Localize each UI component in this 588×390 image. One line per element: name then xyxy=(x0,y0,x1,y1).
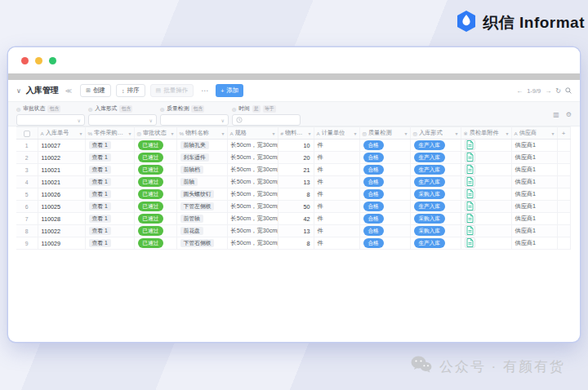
column-header-0[interactable]: A 入库单号 ▾ xyxy=(38,127,85,140)
unit-cell[interactable]: 件 xyxy=(314,152,359,164)
supplier-cell[interactable]: 供应商1 xyxy=(511,188,557,201)
column-menu-icon[interactable]: ▾ xyxy=(272,131,274,136)
order-number-cell[interactable]: 110027 xyxy=(38,140,85,152)
filter-operator[interactable]: 是 xyxy=(252,105,261,113)
order-number-cell[interactable]: 110022 xyxy=(38,225,85,237)
order-number-cell[interactable]: 110021 xyxy=(38,176,85,188)
sort-button[interactable]: ↕ 排序 xyxy=(116,84,145,97)
quantity-cell[interactable]: 10 xyxy=(278,140,314,152)
collapse-chevron-icon[interactable]: ∨ xyxy=(16,87,21,95)
quantity-cell[interactable]: 42 xyxy=(278,213,314,225)
spec-cell[interactable]: 长50cm，宽30cm的SY1 xyxy=(227,201,278,213)
column-header-10[interactable]: A 供应商 ▾ xyxy=(511,127,557,140)
attachment-file-icon[interactable] xyxy=(465,164,475,175)
column-menu-icon[interactable]: ▾ xyxy=(171,131,173,136)
spec-cell[interactable]: 长50cm，宽30cm的SY1 xyxy=(227,237,278,250)
attachment-file-icon[interactable] xyxy=(465,176,475,187)
attachment-file-icon[interactable] xyxy=(465,237,475,248)
search-icon[interactable] xyxy=(565,87,572,94)
filter-select[interactable]: ∨ xyxy=(160,114,229,126)
unit-cell[interactable]: 件 xyxy=(314,225,359,237)
row-number[interactable]: 6 xyxy=(16,201,38,213)
column-menu-icon[interactable]: ▾ xyxy=(551,131,554,136)
minimize-window-button[interactable] xyxy=(35,57,42,64)
supplier-cell[interactable]: 供应商1 xyxy=(511,201,557,213)
order-number-cell[interactable]: 110029 xyxy=(38,237,85,250)
column-header-1[interactable]: % 零件采购计划 ▾ xyxy=(85,127,134,140)
supplier-cell[interactable]: 供应商1 xyxy=(511,213,557,225)
supplier-cell[interactable]: 供应商1 xyxy=(511,140,557,152)
column-menu-icon[interactable]: ▾ xyxy=(128,131,131,136)
quantity-cell[interactable]: 13 xyxy=(278,176,314,188)
row-number[interactable]: 8 xyxy=(16,225,38,237)
view-plan-button[interactable]: 查看 1 xyxy=(89,202,111,211)
filter-date-input[interactable] xyxy=(232,114,301,126)
view-plan-button[interactable]: 查看 1 xyxy=(89,178,111,187)
column-header-9[interactable]: ※ 质检单附件 ▾ xyxy=(461,127,511,140)
quantity-cell[interactable]: 50 xyxy=(278,201,314,213)
column-header-6[interactable]: A 计量单位 ▾ xyxy=(314,127,359,140)
filter-select[interactable]: ∨ xyxy=(88,114,157,126)
view-plan-button[interactable]: 查看 1 xyxy=(89,215,111,224)
supplier-cell[interactable]: 供应商1 xyxy=(511,237,557,250)
filter-operator[interactable]: 包含 xyxy=(119,105,132,113)
material-tag[interactable]: 下管右侧板 xyxy=(180,239,215,248)
order-number-cell[interactable]: 110026 xyxy=(38,188,85,201)
attachment-file-icon[interactable] xyxy=(465,188,475,199)
gear-icon[interactable]: ⚙ xyxy=(566,112,572,118)
filter-operator[interactable]: 包含 xyxy=(47,105,60,113)
filter-operator[interactable]: 包含 xyxy=(191,105,204,113)
spec-cell[interactable]: 长50cm，宽30cm的SY1 xyxy=(227,164,278,176)
material-tag[interactable]: 前轴 xyxy=(180,178,198,187)
column-header-2[interactable]: ◎ 审批状态 ▾ xyxy=(134,127,176,140)
column-menu-icon[interactable]: ▾ xyxy=(308,131,310,136)
unit-cell[interactable]: 件 xyxy=(314,140,359,152)
batch-actions-button[interactable]: ▤ 批量操作 xyxy=(150,84,194,97)
view-plan-button[interactable]: 查看 1 xyxy=(89,153,111,162)
spec-cell[interactable]: 长50cm，宽30cm的SY1 xyxy=(227,176,278,188)
order-number-cell[interactable]: 110021 xyxy=(38,164,85,176)
quantity-cell[interactable]: 13 xyxy=(278,225,314,237)
quantity-cell[interactable]: 8 xyxy=(278,188,314,201)
order-number-cell[interactable]: 110025 xyxy=(38,201,85,213)
row-number[interactable]: 3 xyxy=(16,164,38,176)
column-menu-icon[interactable]: ▾ xyxy=(79,131,82,136)
select-all-checkbox[interactable] xyxy=(24,131,30,137)
close-window-button[interactable] xyxy=(21,57,29,64)
create-button[interactable]: ⊞ 创建 xyxy=(80,84,111,97)
column-menu-icon[interactable]: ▾ xyxy=(354,131,356,136)
row-number[interactable]: 5 xyxy=(16,188,38,201)
refresh-icon[interactable]: ↻ xyxy=(555,87,561,95)
column-header-8[interactable]: ◎ 入库形式 ▾ xyxy=(410,127,461,140)
material-tag[interactable]: 圆头螺纹钉 xyxy=(180,190,215,199)
column-header-7[interactable]: ◎ 质量检测 ▾ xyxy=(359,127,410,140)
material-tag[interactable]: 下管左侧板 xyxy=(180,202,215,211)
column-header-5[interactable]: # 物料数量 ▾ xyxy=(278,127,314,140)
attachment-file-icon[interactable] xyxy=(465,140,475,150)
view-plan-button[interactable]: 查看 1 xyxy=(89,239,111,248)
add-record-button[interactable]: + 添加 xyxy=(216,84,243,97)
quantity-cell[interactable]: 21 xyxy=(278,164,314,176)
unit-cell[interactable]: 件 xyxy=(314,237,359,250)
order-number-cell[interactable]: 110028 xyxy=(38,213,85,225)
view-plan-button[interactable]: 查看 1 xyxy=(89,190,111,199)
next-page-button[interactable]: → xyxy=(545,87,551,95)
row-number[interactable]: 9 xyxy=(16,237,38,250)
share-icon[interactable]: ≪ xyxy=(65,87,72,95)
order-number-cell[interactable]: 110022 xyxy=(38,152,85,164)
material-tag[interactable]: 前管轴 xyxy=(180,215,203,224)
add-column-button[interactable]: + xyxy=(557,127,570,140)
view-plan-button[interactable]: 查看 1 xyxy=(89,166,111,175)
attachment-file-icon[interactable] xyxy=(465,152,475,162)
unit-cell[interactable]: 件 xyxy=(314,164,359,176)
quantity-cell[interactable]: 8 xyxy=(278,237,314,250)
row-number[interactable]: 2 xyxy=(16,152,38,164)
unit-cell[interactable]: 件 xyxy=(314,176,359,188)
unit-cell[interactable]: 件 xyxy=(314,188,359,201)
filter-select[interactable]: ∨ xyxy=(16,114,85,126)
row-number[interactable]: 4 xyxy=(16,176,38,188)
material-tag[interactable]: 刹车适件 xyxy=(180,153,209,162)
attachment-file-icon[interactable] xyxy=(465,213,475,224)
unit-cell[interactable]: 件 xyxy=(314,213,359,225)
supplier-cell[interactable]: 供应商1 xyxy=(511,164,557,176)
